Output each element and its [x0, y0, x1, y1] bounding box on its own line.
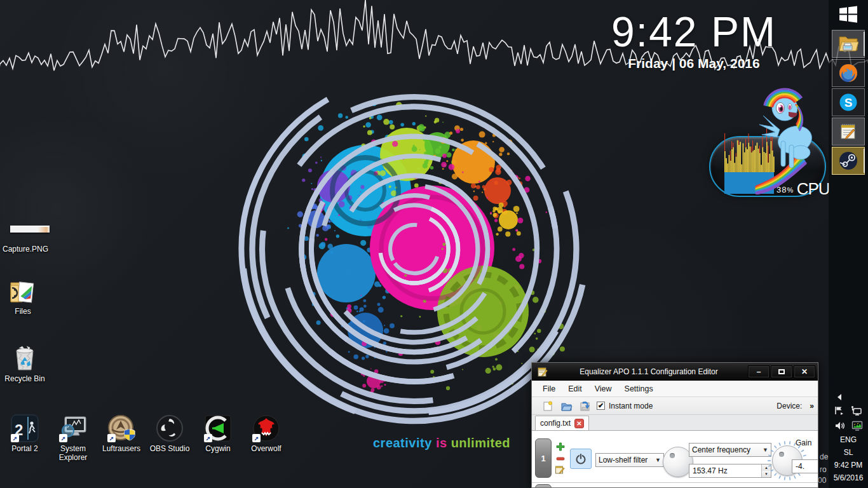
icon-label: System Explorer	[48, 444, 98, 462]
remove-filter-button[interactable]	[555, 454, 566, 464]
icon-label: Cygwin	[205, 444, 230, 453]
cpu-meter-tray-icon[interactable]	[851, 421, 863, 431]
hidden-widget-fragment: ro	[820, 465, 827, 474]
windows-logo-icon	[839, 5, 858, 24]
obs-studio-icon	[154, 414, 185, 442]
firefox-icon	[838, 63, 858, 83]
window-title: Equalizer APO 1.1.1 Configuration Editor	[551, 367, 747, 376]
system-explorer-icon: ➚	[58, 414, 88, 442]
skype-icon: S	[838, 92, 858, 112]
cygwin-icon: ➚	[203, 414, 233, 442]
icon-label: OBS Studio	[150, 444, 190, 453]
recycle-bin-icon	[10, 344, 40, 372]
image-thumbnail-icon	[10, 215, 41, 243]
hidden-widget-fragment: 00	[818, 476, 826, 485]
tab-bar: config.txt ✕	[532, 415, 818, 431]
slogan-word-creativity: creativity	[373, 436, 432, 450]
volume-icon[interactable]	[834, 421, 845, 431]
window-titlebar[interactable]: Equalizer APO 1.1.1 Configuration Editor…	[532, 363, 818, 381]
menu-view[interactable]: View	[589, 382, 618, 396]
maximize-button[interactable]	[771, 365, 792, 378]
menu-edit[interactable]: Edit	[562, 382, 588, 396]
filter-type-value: Low-shelf filter	[599, 456, 648, 464]
folder-icon	[8, 277, 38, 305]
gain-spinbox[interactable]: -4.	[792, 459, 818, 473]
frequency-spinbox[interactable]: 153.47 Hz ▲▼	[689, 464, 771, 478]
taskbar: S	[829, 0, 868, 488]
network-icon[interactable]	[851, 405, 862, 416]
filter-type-dropdown[interactable]: Low-shelf filter ▼	[595, 453, 664, 467]
clock-date: Friday | 06 May, 2016	[586, 56, 802, 71]
instant-mode-checkbox[interactable]: ✔	[597, 402, 605, 410]
svg-text:S: S	[844, 96, 853, 109]
tray-language-line2[interactable]: SL	[844, 446, 853, 459]
menu-file[interactable]: File	[537, 382, 561, 396]
desktop-icon-capture-png[interactable]: Capture.PNG	[1, 215, 50, 254]
menu-settings[interactable]: Settings	[619, 382, 659, 396]
menu-bar: File Edit View Settings	[532, 381, 818, 397]
parameter-dropdown[interactable]: Center frequency ▼	[689, 443, 771, 457]
icon-label: Recycle Bin	[4, 374, 44, 383]
slogan-word-is: is	[436, 436, 447, 450]
filter-editor-content: 1 Low-she	[532, 431, 818, 488]
taskbar-notepad[interactable]	[832, 118, 865, 146]
luftrausers-icon: ➚	[106, 414, 137, 442]
icon-label: Luftrausers	[102, 444, 140, 453]
rainbow-dash-pony	[753, 80, 832, 194]
taskbar-skype[interactable]: S	[832, 88, 865, 116]
device-label: Device:	[776, 402, 802, 410]
filter-row-2-badge[interactable]	[535, 484, 552, 488]
parameter-value: Center frequency	[692, 445, 750, 454]
tab-close-icon[interactable]: ✕	[574, 419, 584, 428]
minimize-button[interactable]: –	[748, 365, 770, 378]
start-button[interactable]	[829, 0, 868, 29]
taskbar-file-explorer[interactable]	[832, 30, 865, 58]
desktop-icon-obs-studio[interactable]: OBS Studio	[145, 414, 194, 453]
icon-label: Overwolf	[251, 444, 281, 453]
new-file-button[interactable]	[541, 400, 554, 412]
notepad-icon	[839, 122, 858, 141]
tab-config-txt[interactable]: config.txt ✕	[535, 416, 589, 430]
wallpaper-slogan: creativity is unlimited	[369, 436, 515, 451]
desktop-icon-system-explorer[interactable]: ➚ System Explorer	[48, 414, 98, 462]
slogan-word-unlimited: unlimited	[451, 436, 510, 450]
gain-value: -4.	[796, 462, 804, 471]
filter-row-number[interactable]: 1	[535, 438, 552, 478]
tray-clock-time[interactable]: 9:42 PM	[834, 459, 863, 471]
desktop-icon-files[interactable]: Files	[0, 277, 48, 316]
close-button[interactable]: ✕	[794, 365, 815, 378]
app-notepad-icon	[537, 366, 548, 377]
icon-label: Portal 2	[11, 444, 37, 453]
shortcut-arrow-icon: ➚	[59, 434, 67, 442]
overwolf-icon: ➚	[251, 414, 281, 442]
toolbar-grip[interactable]	[533, 400, 536, 412]
hidden-widget-fragment: de	[820, 452, 828, 461]
file-explorer-icon	[838, 35, 858, 53]
tray-clock-date[interactable]: 5/6/2016	[834, 471, 864, 484]
clock-widget: 9:42 PM Friday | 06 May, 2016	[586, 9, 802, 71]
filter-power-toggle[interactable]	[570, 449, 592, 469]
steam-icon	[838, 151, 858, 171]
taskbar-firefox[interactable]	[832, 59, 865, 87]
save-button[interactable]	[578, 400, 591, 412]
shortcut-arrow-icon: ➚	[252, 434, 261, 442]
tray-language-line1[interactable]: ENG	[840, 433, 857, 446]
desktop-icon-recycle-bin[interactable]: Recycle Bin	[0, 344, 50, 383]
equalizer-apo-window: Equalizer APO 1.1.1 Configuration Editor…	[531, 362, 818, 488]
open-file-button[interactable]	[560, 400, 573, 412]
desktop-icon-luftrausers[interactable]: ➚ Luftrausers	[97, 414, 146, 453]
add-filter-button[interactable]	[555, 442, 566, 452]
shortcut-arrow-icon: ➚	[107, 434, 116, 442]
desktop-icon-cygwin[interactable]: ➚ Cygwin	[193, 414, 243, 453]
show-hidden-icons-chevron[interactable]	[837, 394, 841, 400]
action-center-flag-icon[interactable]	[834, 405, 844, 416]
desktop-icon-portal2[interactable]: 2 ➚ Portal 2	[0, 414, 50, 453]
icon-label: Capture.PNG	[3, 245, 48, 254]
tab-label: config.txt	[540, 419, 571, 428]
device-expander[interactable]: »	[810, 402, 814, 410]
system-tray: ENG SL 9:42 PM 5/6/2016	[829, 394, 868, 488]
desktop-icon-overwolf[interactable]: ➚ Overwolf	[241, 414, 291, 453]
shortcut-arrow-icon: ➚	[204, 434, 212, 442]
taskbar-steam[interactable]	[832, 147, 865, 175]
edit-filter-button[interactable]	[555, 464, 565, 475]
